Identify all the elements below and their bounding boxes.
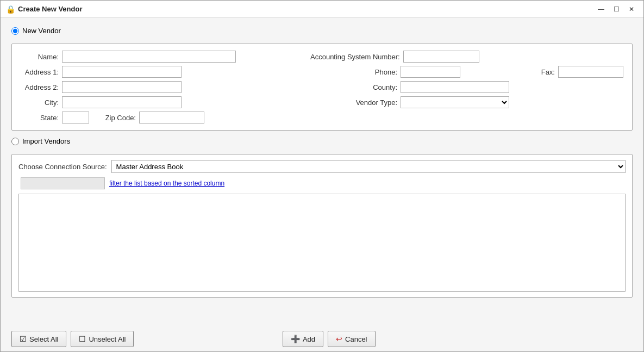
import-list-box[interactable]: [18, 194, 626, 292]
new-vendor-radio-label[interactable]: New Vendor: [11, 27, 633, 35]
state-input[interactable]: [62, 112, 89, 123]
cancel-icon: ↩: [336, 335, 342, 343]
address2-input[interactable]: [62, 81, 182, 93]
bottom-center-buttons: ➕ Add ↩ Cancel: [134, 331, 524, 347]
address1-row: Address 1:: [21, 66, 310, 78]
vendor-type-row: Vendor Type:: [310, 96, 623, 108]
connection-source-select[interactable]: Master Address Book: [111, 160, 626, 173]
address2-label: Address 2:: [21, 83, 59, 91]
add-icon: ➕: [291, 335, 300, 343]
new-vendor-radio[interactable]: [11, 27, 19, 35]
title-bar: 🔒 Create New Vendor — ☐ ✕: [1, 1, 643, 18]
cancel-button[interactable]: ↩ Cancel: [328, 331, 375, 347]
add-label: Add: [303, 335, 315, 343]
unselect-all-button[interactable]: ☐ Unselect All: [71, 331, 134, 347]
select-all-label: Select All: [29, 335, 58, 343]
filter-row: filter the list based on the sorted colu…: [21, 177, 626, 189]
city-input[interactable]: [62, 96, 182, 108]
phone-label: Phone:: [310, 68, 397, 76]
import-section: Choose Connection Source: Master Address…: [11, 154, 633, 298]
zip-input[interactable]: [139, 112, 204, 123]
main-window: 🔒 Create New Vendor — ☐ ✕ New Vendor Nam…: [0, 0, 644, 352]
form-grid: Name: Address 1: Address 2: City:: [21, 51, 623, 123]
title-bar-left: 🔒 Create New Vendor: [6, 5, 83, 14]
unselect-all-label: Unselect All: [89, 335, 126, 343]
select-all-icon: ☑: [20, 335, 27, 343]
form-right: Accounting System Number: Phone: Fax: Co…: [310, 51, 623, 123]
content-area: New Vendor Name: Address 1: Address 2:: [1, 18, 643, 326]
vendor-type-label: Vendor Type:: [310, 98, 397, 107]
phone-input[interactable]: [401, 66, 460, 78]
name-label: Name:: [21, 53, 59, 61]
acct-input[interactable]: [403, 51, 479, 63]
fax-label: Fax:: [468, 68, 555, 76]
unselect-all-icon: ☐: [79, 335, 86, 343]
bottom-left-buttons: ☑ Select All ☐ Unselect All: [11, 331, 134, 347]
city-row: City:: [21, 96, 310, 108]
add-button[interactable]: ➕ Add: [283, 331, 323, 347]
connection-row: Choose Connection Source: Master Address…: [18, 160, 626, 173]
address1-input[interactable]: [62, 66, 182, 78]
maximize-button[interactable]: ☐: [610, 3, 623, 15]
county-row: County:: [310, 81, 623, 93]
city-label: City:: [21, 98, 59, 107]
phone-fax-row: Phone: Fax:: [310, 66, 623, 78]
state-label: State:: [21, 114, 59, 122]
state-zip-row: State: Zip Code:: [21, 112, 310, 123]
vendor-type-select[interactable]: [401, 96, 509, 108]
new-vendor-label: New Vendor: [22, 27, 61, 35]
minimize-button[interactable]: —: [595, 3, 608, 15]
filter-hint: filter the list based on the sorted colu…: [109, 180, 224, 187]
county-input[interactable]: [401, 81, 509, 93]
connection-source-label: Choose Connection Source:: [18, 163, 107, 171]
acct-label: Accounting System Number:: [310, 53, 400, 61]
zip-label: Zip Code:: [98, 114, 136, 122]
cancel-label: Cancel: [345, 335, 367, 343]
close-button[interactable]: ✕: [625, 3, 638, 15]
address1-label: Address 1:: [21, 68, 59, 76]
address2-row: Address 2:: [21, 81, 310, 93]
name-row: Name:: [21, 51, 310, 63]
import-vendors-label: Import Vendors: [22, 137, 70, 145]
county-label: County:: [310, 83, 397, 91]
form-left: Name: Address 1: Address 2: City:: [21, 51, 310, 123]
new-vendor-section: Name: Address 1: Address 2: City:: [11, 44, 633, 131]
window-icon: 🔒: [6, 5, 15, 14]
import-vendors-radio[interactable]: [11, 138, 19, 145]
select-all-button[interactable]: ☑ Select All: [11, 331, 66, 347]
bottom-bar: ☑ Select All ☐ Unselect All ➕ Add ↩ Canc…: [1, 326, 643, 351]
import-vendors-radio-label[interactable]: Import Vendors: [11, 137, 633, 145]
fax-input[interactable]: [558, 66, 623, 78]
acct-row: Accounting System Number:: [310, 51, 623, 63]
filter-input[interactable]: [21, 177, 105, 189]
name-input[interactable]: [62, 51, 236, 63]
title-bar-controls: — ☐ ✕: [595, 3, 638, 15]
window-title: Create New Vendor: [18, 5, 83, 13]
